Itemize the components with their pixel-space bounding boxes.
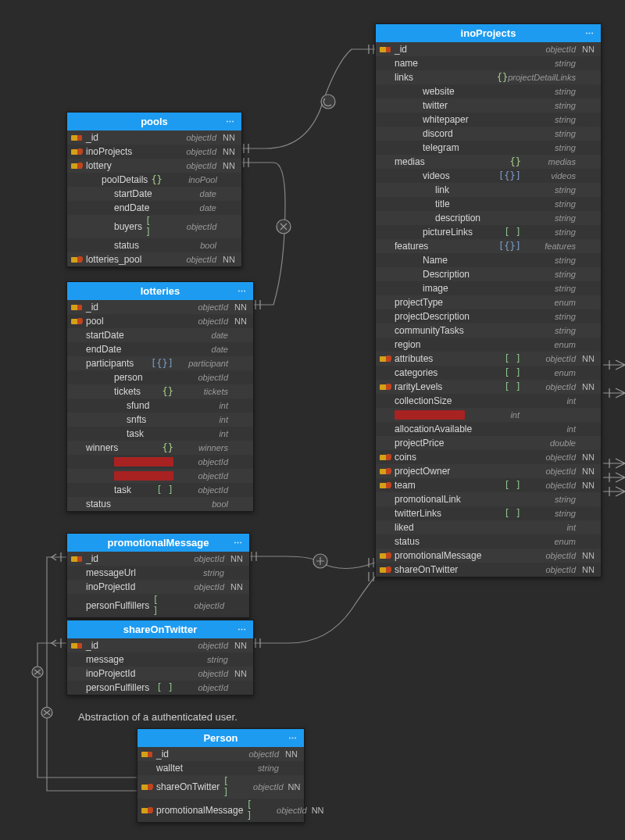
entity-header[interactable]: inoProjects⋯ [376,24,601,42]
field-row[interactable]: videos[{}]videos [376,169,601,183]
field-row[interactable]: regionenum [376,338,601,352]
field-row[interactable]: _idobjectIdNN [67,130,241,145]
field-row[interactable]: statusbool [67,238,241,252]
entity-person[interactable]: Person⋯_idobjectIdNNwalltetstringshareOn… [137,728,305,823]
more-icon[interactable]: ⋯ [288,733,298,743]
field-row[interactable]: links{}projectDetailLinks [376,70,601,84]
more-icon[interactable]: ⋯ [226,116,235,127]
not-null-flag: NN [580,354,596,363]
field-row[interactable]: shareOnTwitter[ ]objectIdNN [138,775,304,799]
field-row[interactable]: objectId [67,469,253,483]
field-row[interactable]: snftsint [67,413,253,427]
field-type: objectId [173,302,228,312]
field-row[interactable]: startDatedate [67,187,241,201]
field-row[interactable]: inoProjectIdobjectIdNN [67,580,249,594]
field-row[interactable]: features[{}]features [376,239,601,253]
field-row[interactable]: projectTypeenum [376,295,601,309]
no-key-icon [70,601,83,610]
field-row[interactable]: walltetstring [138,761,304,775]
entity-promotionalMessage[interactable]: promotionalMessage⋯_idobjectIdNNmessageU… [66,533,250,618]
field-type: int [465,410,520,420]
field-row[interactable]: telegramstring [376,141,601,155]
field-row[interactable]: promotionalMessageobjectIdNN [376,549,601,563]
field-row[interactable]: projectDescriptionstring [376,309,601,323]
field-row[interactable]: _idobjectIdNN [67,300,253,314]
field-row[interactable]: categories[ ]enum [376,366,601,380]
field-row[interactable]: _idobjectIdNN [138,747,304,761]
field-row[interactable]: projectPricedouble [376,436,601,450]
field-row[interactable]: projectOwnerobjectIdNN [376,464,601,478]
field-row[interactable]: _idobjectIdNN [67,638,253,652]
field-row[interactable]: Namestring [376,253,601,267]
field-row[interactable]: messageUrlstring [67,566,249,580]
entity-header[interactable]: lotteries⋯ [67,282,253,300]
field-row[interactable]: allocationAvailableint [376,422,601,436]
field-row[interactable]: whitepaperstring [376,113,601,127]
field-row[interactable]: inoProjectsobjectIdNN [67,145,241,159]
more-icon[interactable]: ⋯ [234,538,243,548]
field-row[interactable]: discordstring [376,127,601,141]
field-row[interactable]: endDatedate [67,201,241,215]
field-row[interactable]: personFulfillers[ ]objectId [67,681,253,695]
field-row[interactable]: int [376,408,601,422]
field-row[interactable]: statusenum [376,534,601,549]
field-row[interactable]: pictureLinks[ ]string [376,225,601,239]
field-row[interactable]: titlestring [376,197,601,211]
field-row[interactable]: taskint [67,427,253,441]
entity-header[interactable]: promotionalMessage⋯ [67,534,249,552]
field-row[interactable]: statusbool [67,497,253,511]
field-row[interactable]: tickets{}tickets [67,384,253,399]
field-row[interactable]: collectionSizeint [376,394,601,408]
field-row[interactable]: Descriptionstring [376,267,601,281]
field-row[interactable]: inoProjectIdobjectIdNN [67,667,253,681]
field-row[interactable]: participants[{}]participant [67,356,253,370]
field-row[interactable]: _idobjectIdNN [67,552,249,566]
entity-header[interactable]: pools⋯ [67,113,241,130]
field-row[interactable]: startDatedate [67,328,253,342]
more-icon[interactable]: ⋯ [238,286,247,296]
field-row[interactable]: task[ ]objectId [67,483,253,497]
field-row[interactable]: _idobjectIdNN [376,42,601,56]
field-row[interactable]: descriptionstring [376,211,601,225]
field-row[interactable]: objectId [67,455,253,469]
field-row[interactable]: coinsobjectIdNN [376,450,601,464]
entity-header[interactable]: shareOnTwitter⋯ [67,620,253,638]
no-key-icon [379,157,391,166]
field-row[interactable]: likedint [376,520,601,534]
field-name: name [395,58,521,69]
field-row[interactable]: promotionalLinkstring [376,492,601,506]
field-row[interactable]: attributes[ ]objectIdNN [376,352,601,366]
entity-shareOnTwitter[interactable]: shareOnTwitter⋯_idobjectIdNNmessagestrin… [66,620,254,695]
field-row[interactable]: team[ ]objectIdNN [376,478,601,492]
field-row[interactable]: promotionalMessage[ ]objectIdNN [138,799,304,822]
field-row[interactable]: winners{}winners [67,441,253,455]
not-null-flag: NN [580,481,596,490]
field-row[interactable]: lotteries_poolobjectIdNN [67,252,241,266]
field-row[interactable]: poolobjectIdNN [67,314,253,328]
entity-pools[interactable]: pools⋯_idobjectIdNNinoProjectsobjectIdNN… [66,112,242,267]
field-row[interactable]: personobjectId [67,370,253,384]
field-row[interactable]: rarityLevels[ ]objectIdNN [376,380,601,394]
field-row[interactable]: poolDetails{}inoPool [67,173,241,187]
entity-inoProjects[interactable]: inoProjects⋯_idobjectIdNNnamestringlinks… [375,23,602,577]
entity-lotteries[interactable]: lotteries⋯_idobjectIdNNpoolobjectIdNNsta… [66,281,254,512]
more-icon[interactable]: ⋯ [585,28,595,38]
field-row[interactable]: personFulfillers[ ]objectId [67,594,249,617]
field-row[interactable]: buyers[ ]objectId [67,215,241,238]
field-row[interactable]: linkstring [376,183,601,197]
field-row[interactable]: imagestring [376,281,601,295]
field-row[interactable]: websitestring [376,84,601,98]
field-row[interactable]: sfundint [67,399,253,413]
field-row[interactable]: communityTasksstring [376,323,601,338]
field-row[interactable]: messagestring [67,652,253,667]
field-row[interactable]: endDatedate [67,342,253,356]
field-row[interactable]: twitterstring [376,98,601,113]
entity-header[interactable]: Person⋯ [138,729,304,747]
field-row[interactable]: shareOnTwitterobjectIdNN [376,563,601,577]
more-icon[interactable]: ⋯ [238,624,247,634]
field-row[interactable]: namestring [376,56,601,70]
field-name: image [423,283,521,294]
field-row[interactable]: lotteryobjectIdNN [67,159,241,173]
field-row[interactable]: medias{}medias [376,155,601,169]
field-row[interactable]: twitterLinks[ ]string [376,506,601,520]
